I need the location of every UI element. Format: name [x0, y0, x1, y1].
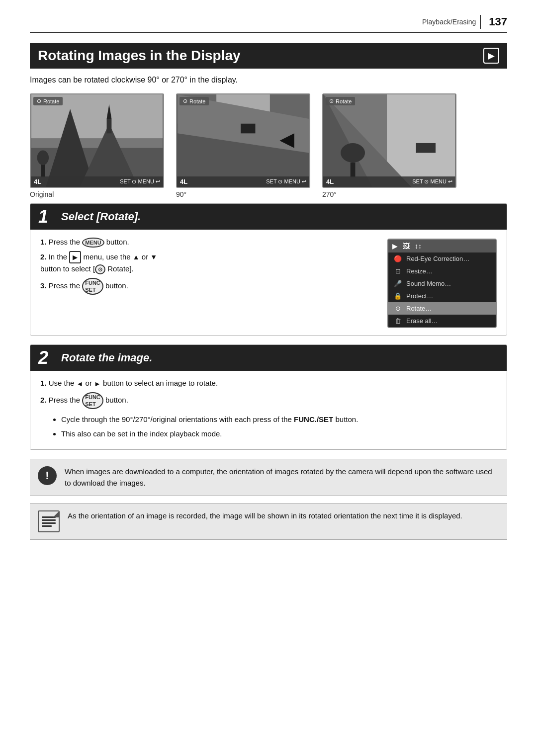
menu-item-resize-label: Resize…: [406, 267, 433, 275]
image-svg-90: [177, 94, 309, 187]
playback-icon-box: ▶: [483, 48, 499, 64]
svg-point-26: [341, 143, 365, 163]
left-arrow: ◄: [77, 380, 84, 388]
menu-item-rotate-label: Rotate…: [406, 305, 432, 312]
step1-item-3: 3. Press the FUNCSET button.: [40, 278, 377, 295]
memo-note: As the orientation of an image is record…: [30, 503, 507, 540]
bottom-bar-controls-90: SET ⊙ MENU ↩: [266, 178, 306, 185]
rotate-icon: ⊙: [393, 305, 402, 312]
image-item-original: ⊙ Rotate 4L SET ⊙ MENU ↩ Original: [30, 93, 164, 198]
step2-number: 2: [38, 349, 54, 367]
menu-tab-settings: ↕↕: [415, 242, 422, 250]
subtitle: Images can be rotated clockwise 90° or 2…: [30, 76, 507, 84]
rotate-badge-label-90: Rotate: [189, 98, 205, 104]
menu-item-sound: 🎤 Sound Memo…: [388, 277, 496, 290]
svg-rect-18: [241, 124, 255, 134]
menu-item-resize: ⊡ Resize…: [388, 265, 496, 277]
menu-tab-playback: ▶: [392, 242, 398, 250]
bottom-bar-original: 4L SET ⊙ MENU ↩: [31, 176, 163, 187]
step2-title: Rotate the image.: [61, 351, 152, 364]
func-set-button-1: FUNCSET: [82, 278, 103, 295]
menu-item-sound-label: Sound Memo…: [406, 280, 451, 287]
menu-item-protect-label: Protect…: [406, 292, 433, 300]
right-arrow: ►: [94, 380, 101, 388]
svg-rect-7: [107, 119, 112, 133]
step2-bullet-1: Cycle through the 90°/270°/original orie…: [61, 414, 497, 425]
camera-display-270: ⊙ Rotate 4L SET ⊙ MENU ↩: [322, 93, 456, 188]
step2-content: 1. Use the ◄ or ► button to select an im…: [30, 371, 507, 449]
bottom-bar-controls-270: SET ⊙ MENU ↩: [412, 178, 452, 185]
rotate-badge-270: ⊙ Rotate: [326, 97, 355, 105]
rotate-badge-original: ⊙ Rotate: [33, 97, 63, 105]
memo-line-4: [42, 525, 52, 527]
step2-bullet-2: This also can be set in the index playba…: [61, 428, 497, 440]
step1-title: Select [Rotate].: [61, 210, 141, 223]
rotate-icon-small-90: ⊙: [183, 98, 187, 104]
protect-icon: 🔒: [393, 292, 402, 300]
step1-item-2: 2. In the ▶ menu, use the ▲ or ▼ button …: [40, 251, 377, 275]
image-item-270: ⊙ Rotate 4L SET ⊙ MENU ↩ 270°: [322, 93, 456, 198]
menu-tab-bar: ▶ 🖼 ↕↕: [388, 240, 496, 252]
playback-mode-icon: ▶: [69, 251, 81, 264]
rotate-badge-label-270: Rotate: [336, 98, 352, 104]
menu-item-erase-all: 🗑 Erase all…: [388, 315, 496, 327]
erase-all-icon: 🗑: [393, 317, 402, 325]
rotate-icon-small: ⊙: [37, 98, 41, 104]
svg-rect-27: [351, 163, 356, 177]
step1-header: 1 Select [Rotate].: [30, 204, 507, 230]
page-title: Rotating Images in the Display: [38, 48, 483, 64]
label-4l: 4L: [34, 178, 41, 185]
step1-number: 1: [38, 208, 54, 226]
warning-note-text: When images are downloaded to a computer…: [65, 466, 499, 489]
step2-instructions: 1. Use the ◄ or ► button to select an im…: [40, 378, 497, 442]
step1-box: 1 Select [Rotate]. 1. Press the MENU but…: [30, 203, 507, 336]
image-svg-original: [31, 94, 163, 187]
label-4l-90: 4L: [180, 178, 187, 185]
menu-item-erase-all-label: Erase all…: [406, 317, 438, 325]
image-label-original: Original: [30, 190, 54, 198]
image-item-90: ⊙ Rotate 4L SET ⊙ MENU ↩ 90°: [176, 93, 310, 198]
step2-header: 2 Rotate the image.: [30, 345, 507, 371]
rotate-badge-90: ⊙ Rotate: [179, 97, 209, 105]
menu-tab-image: 🖼: [403, 242, 410, 250]
rotate-badge-label: Rotate: [43, 98, 59, 104]
memo-line-3: [42, 522, 56, 524]
step2-item-2: 2. Press the FUNCSET button.: [40, 392, 497, 410]
section-label: Playback/Erasing: [422, 18, 476, 26]
step2-item-1: 1. Use the ◄ or ► button to select an im…: [40, 378, 497, 389]
menu-item-red-eye-label: Red-Eye Correction…: [406, 255, 469, 262]
svg-rect-25: [416, 143, 436, 153]
label-4l-270: 4L: [326, 178, 334, 185]
bottom-bar-90: 4L SET ⊙ MENU ↩: [177, 176, 309, 187]
image-label-270: 270°: [322, 190, 337, 198]
step1-list: 1. Press the MENU button. 2. In the ▶ me…: [40, 237, 377, 295]
menu-button: MENU: [82, 238, 104, 248]
down-arrow: ▼: [150, 253, 157, 261]
sound-icon: 🎤: [393, 280, 402, 287]
step1-instructions: 1. Press the MENU button. 2. In the ▶ me…: [40, 237, 377, 328]
header-divider: [480, 15, 481, 29]
page-header: Playback/Erasing 137: [30, 15, 507, 33]
camera-display-90: ⊙ Rotate 4L SET ⊙ MENU ↩: [176, 93, 310, 188]
rotate-icon-small-270: ⊙: [329, 98, 334, 104]
func-set-button-2: FUNCSET: [82, 392, 103, 410]
warning-icon: !: [38, 466, 57, 485]
red-eye-icon: 🔴: [393, 255, 402, 262]
bottom-bar-270: 4L SET ⊙ MENU ↩: [323, 176, 455, 187]
resize-icon: ⊡: [393, 267, 402, 275]
menu-item-protect: 🔒 Protect…: [388, 290, 496, 302]
memo-line-2: [42, 519, 56, 521]
image-label-90: 90°: [176, 190, 186, 198]
memo-icon: [38, 510, 60, 532]
step2-box: 2 Rotate the image. 1. Use the ◄ or ► bu…: [30, 344, 507, 450]
page-number: 137: [489, 15, 507, 28]
menu-item-red-eye: 🔴 Red-Eye Correction…: [388, 252, 496, 265]
playback-icon: ▶: [488, 50, 495, 61]
step2-list: 1. Use the ◄ or ► button to select an im…: [40, 378, 497, 409]
images-row: ⊙ Rotate 4L SET ⊙ MENU ↩ Original: [30, 93, 507, 198]
memo-note-text: As the orientation of an image is record…: [68, 510, 462, 522]
step2-bullets: Cycle through the 90°/270°/original orie…: [50, 414, 497, 439]
menu-screenshot: ▶ 🖼 ↕↕ 🔴 Red-Eye Correction… ⊡ Resize… 🎤…: [387, 239, 497, 328]
bottom-bar-controls: SET ⊙ MENU ↩: [120, 178, 160, 185]
step1-content: 1. Press the MENU button. 2. In the ▶ me…: [30, 230, 507, 335]
